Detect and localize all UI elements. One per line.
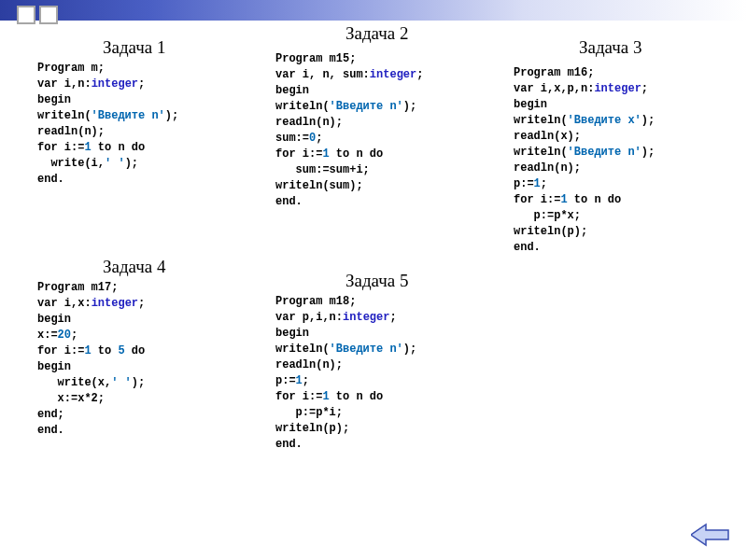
header-gradient: [0, 0, 747, 21]
task-1-title: Задача 1: [103, 37, 166, 58]
task-3-title: Задача 3: [579, 37, 642, 58]
task-5-code: Program m18; var p,i,n:integer; begin wr…: [275, 294, 416, 453]
task-2-title: Задача 2: [345, 23, 409, 44]
task-4-title: Задача 4: [103, 257, 166, 277]
back-arrow-button[interactable]: [691, 523, 730, 547]
task-2-code: Program m15; var i, n, sum:integer; begi…: [275, 51, 423, 210]
task-1-code: Program m; var i,n:integer; begin writel…: [37, 61, 178, 188]
header-bar: [0, 0, 747, 26]
header-square-icon: [39, 6, 58, 24]
svg-marker-0: [691, 525, 728, 545]
task-4-code: Program m17; var i,x:integer; begin x:=2…: [37, 280, 145, 439]
header-square-icon: [17, 6, 35, 24]
task-3-code: Program m16; var i,x,p,n:integer; begin …: [514, 65, 655, 256]
task-5-title: Задача 5: [345, 271, 409, 291]
